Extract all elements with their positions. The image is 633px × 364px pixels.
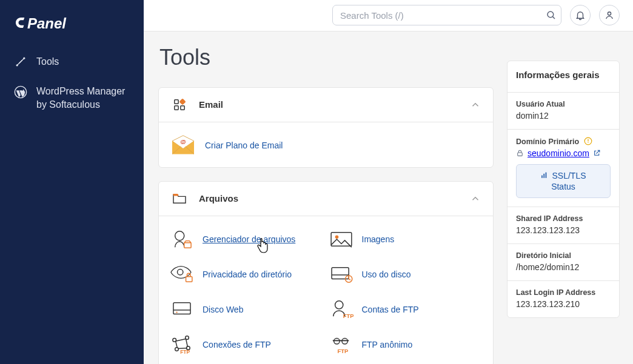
svg-text:FTP: FTP bbox=[180, 349, 190, 355]
panel-files-header[interactable]: Arquivos bbox=[159, 182, 493, 216]
svg-point-4 bbox=[548, 12, 554, 18]
tool-ftp-accounts[interactable]: FTP Contas de FTP bbox=[329, 297, 483, 322]
search-input[interactable] bbox=[332, 5, 561, 25]
envelope-icon: @ bbox=[170, 133, 196, 157]
tool-images[interactable]: Imagens bbox=[329, 227, 483, 251]
apps-icon bbox=[171, 98, 188, 112]
search-button[interactable] bbox=[546, 10, 557, 21]
svg-text:@: @ bbox=[180, 138, 186, 145]
svg-rect-6 bbox=[175, 99, 178, 103]
tool-label: Imagens bbox=[362, 234, 395, 244]
disk-usage-icon bbox=[329, 262, 353, 286]
folder-icon bbox=[171, 191, 188, 206]
lock-icon bbox=[516, 149, 524, 157]
sidebar: Panel Tools WordPress Manager by Softacu… bbox=[0, 0, 144, 364]
ftp-accounts-icon: FTP bbox=[329, 297, 353, 322]
svg-rect-35 bbox=[588, 142, 588, 142]
svg-point-17 bbox=[178, 269, 183, 274]
svg-point-22 bbox=[176, 311, 177, 313]
info-home-dir-value: /home2/domin12 bbox=[516, 262, 611, 272]
wordpress-icon bbox=[13, 85, 28, 99]
images-icon bbox=[329, 227, 353, 251]
svg-rect-37 bbox=[542, 176, 543, 178]
external-link-icon[interactable] bbox=[593, 149, 601, 157]
tool-disk-usage[interactable]: Uso do disco bbox=[329, 262, 483, 286]
anon-ftp-icon: FTP bbox=[329, 333, 353, 357]
tool-label: Conexões de FTP bbox=[203, 340, 271, 349]
svg-text:FTP: FTP bbox=[343, 313, 353, 319]
svg-point-27 bbox=[175, 347, 179, 351]
sidebar-item-label: Tools bbox=[36, 55, 59, 68]
panel-files: Arquivos bbox=[158, 181, 494, 364]
ssl-tls-status-button[interactable]: SSL/TLS Status bbox=[516, 164, 611, 198]
primary-domain-link[interactable]: seudominio.com bbox=[528, 148, 589, 158]
svg-point-13 bbox=[175, 231, 184, 240]
tool-web-disk[interactable]: Disco Web bbox=[170, 297, 323, 322]
svg-point-2 bbox=[24, 58, 25, 59]
tool-label: Contas de FTP bbox=[362, 305, 419, 314]
account-button[interactable] bbox=[599, 5, 620, 25]
general-info-panel: Informações gerais Usuário Atual domin12… bbox=[507, 61, 620, 318]
svg-rect-39 bbox=[546, 173, 547, 178]
tool-anonymous-ftp[interactable]: FTP FTP anônimo bbox=[329, 333, 483, 357]
user-icon bbox=[604, 10, 615, 21]
panel-title: Arquivos bbox=[199, 193, 470, 204]
tool-label: Uso do disco bbox=[362, 270, 411, 279]
notifications-button[interactable] bbox=[570, 5, 591, 25]
wrench-icon bbox=[13, 55, 28, 69]
svg-point-5 bbox=[608, 12, 611, 15]
sidebar-item-tools[interactable]: Tools bbox=[0, 50, 144, 73]
svg-point-16 bbox=[335, 235, 338, 239]
svg-rect-9 bbox=[180, 99, 186, 104]
tool-label: Criar Plano de Email bbox=[205, 141, 283, 150]
info-primary-domain-label-text: Domínio Primário bbox=[516, 137, 579, 146]
ftp-connections-icon: FTP bbox=[170, 333, 194, 357]
tool-label: Privacidade do diretório bbox=[203, 270, 292, 279]
info-shared-ip-label: Shared IP Address bbox=[516, 214, 611, 223]
svg-rect-21 bbox=[173, 302, 190, 314]
tool-label: FTP anônimo bbox=[362, 340, 413, 349]
svg-rect-38 bbox=[544, 174, 545, 178]
ssl-btn-line2: Status bbox=[551, 182, 575, 191]
info-home-dir-label: Diretório Inicial bbox=[516, 251, 611, 260]
cpanel-logo: Panel bbox=[13, 15, 144, 33]
tool-file-manager[interactable]: Gerenciador de arquivos bbox=[170, 227, 323, 251]
search-wrap bbox=[332, 5, 561, 25]
chevron-up-icon bbox=[470, 99, 481, 110]
tool-create-email-plan[interactable]: @ Criar Plano de Email bbox=[170, 133, 482, 157]
file-manager-icon bbox=[170, 227, 194, 251]
svg-rect-7 bbox=[175, 105, 178, 109]
main-area: Tools Email bbox=[144, 0, 633, 364]
tool-ftp-connections[interactable]: FTP Conexões de FTP bbox=[170, 333, 323, 357]
sidebar-item-wordpress-manager[interactable]: WordPress Manager by Softaculous bbox=[0, 81, 144, 116]
svg-rect-8 bbox=[181, 105, 184, 109]
bar-chart-icon bbox=[540, 171, 548, 179]
svg-rect-36 bbox=[518, 153, 523, 156]
svg-rect-12 bbox=[173, 194, 178, 196]
info-last-login-value: 123.123.123.210 bbox=[516, 299, 611, 309]
svg-text:Panel: Panel bbox=[27, 15, 67, 31]
panel-email-header[interactable]: Email bbox=[159, 88, 493, 122]
info-user-value: domin12 bbox=[516, 111, 611, 121]
eye-lock-icon bbox=[170, 262, 194, 286]
svg-rect-18 bbox=[186, 276, 192, 281]
panel-email: Email @ bbox=[158, 87, 494, 168]
info-shared-ip-value: 123.123.123.123 bbox=[516, 225, 611, 235]
chevron-up-icon bbox=[470, 193, 481, 204]
svg-point-23 bbox=[335, 300, 343, 308]
info-last-login-label: Last Login IP Address bbox=[516, 288, 611, 297]
svg-rect-14 bbox=[184, 242, 191, 248]
svg-rect-34 bbox=[588, 139, 588, 141]
info-heading: Informações gerais bbox=[516, 70, 611, 80]
tool-label: Gerenciador de arquivos bbox=[203, 234, 295, 244]
ssl-btn-line1: SSL/TLS bbox=[552, 171, 586, 180]
tool-label: Disco Web bbox=[203, 305, 243, 314]
info-primary-domain-label: Domínio Primário bbox=[516, 137, 611, 146]
info-user-label: Usuário Atual bbox=[516, 100, 611, 108]
page-title: Tools bbox=[159, 45, 494, 74]
tool-directory-privacy[interactable]: Privacidade do diretório bbox=[170, 262, 323, 286]
topbar bbox=[144, 0, 633, 31]
sidebar-item-label: WordPress Manager by Softaculous bbox=[36, 85, 130, 111]
svg-text:FTP: FTP bbox=[337, 348, 348, 354]
bell-icon bbox=[575, 10, 586, 21]
